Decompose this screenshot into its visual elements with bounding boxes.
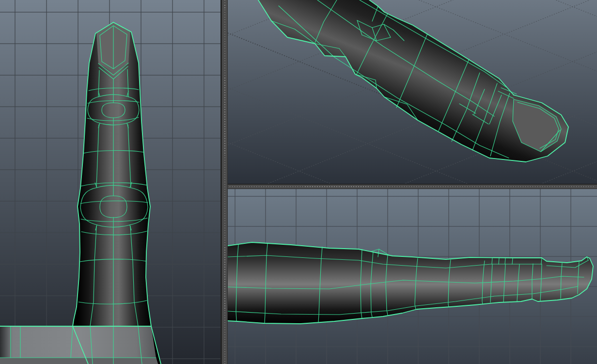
pane-divider-vertical[interactable]: [220, 0, 228, 364]
viewport-perspective-view[interactable]: [228, 0, 597, 184]
front-view-canvas: [0, 0, 220, 364]
modeling-workspace: [0, 0, 597, 364]
viewport-side-view[interactable]: [228, 189, 597, 364]
viewport-front-view[interactable]: [0, 0, 220, 364]
perspective-view-canvas: [228, 0, 597, 184]
divider-grip-icon: [227, 186, 595, 187]
divider-grip-icon: [224, 0, 225, 364]
pane-divider-horizontal[interactable]: [220, 184, 597, 189]
side-view-canvas: [228, 189, 597, 364]
